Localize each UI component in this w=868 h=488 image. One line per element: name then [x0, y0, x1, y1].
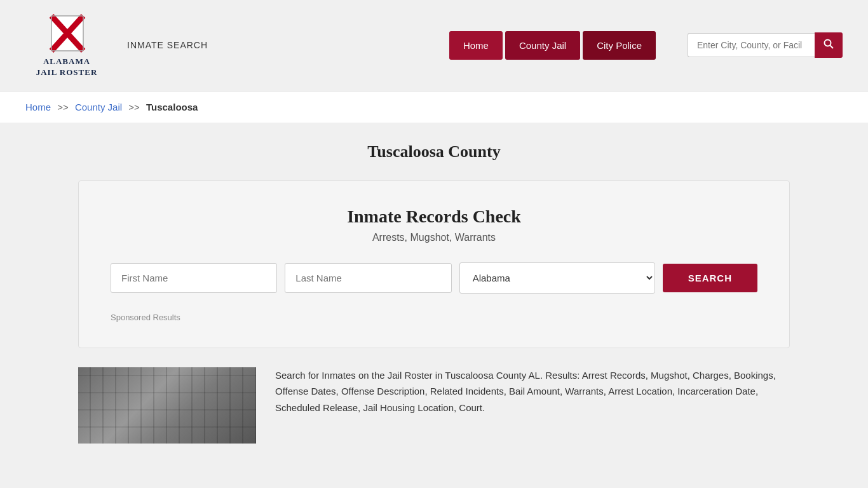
header-search-button[interactable]	[815, 32, 843, 58]
svg-point-4	[825, 40, 831, 46]
sponsored-results-label: Sponsored Results	[111, 313, 757, 322]
breadcrumb-sep1: >>	[57, 102, 69, 112]
records-check-title: Inmate Records Check	[111, 207, 757, 227]
breadcrumb: Home >> County Jail >> Tuscaloosa	[0, 92, 868, 123]
breadcrumb-sep2: >>	[128, 102, 140, 112]
breadcrumb-current: Tuscaloosa	[146, 102, 198, 112]
city-police-nav-button[interactable]: City Police	[583, 31, 656, 60]
state-select[interactable]: Alabama Alaska Arizona Arkansas Californ…	[459, 262, 655, 294]
breadcrumb-home-link[interactable]: Home	[25, 102, 51, 112]
header: ALABAMA JAIL ROSTER INMATE SEARCH Home C…	[0, 0, 868, 92]
last-name-input[interactable]	[285, 263, 451, 293]
svg-line-5	[831, 46, 834, 49]
home-nav-button[interactable]: Home	[449, 31, 503, 60]
first-name-input[interactable]	[111, 263, 277, 293]
header-search-area	[688, 32, 843, 58]
inmate-search-link[interactable]: INMATE SEARCH	[127, 40, 208, 50]
search-icon	[824, 39, 834, 49]
logo-link[interactable]: ALABAMA JAIL ROSTER	[25, 13, 108, 78]
bottom-section: Search for Inmates on the Jail Roster in…	[78, 367, 790, 444]
page-title: Tuscaloosa County	[78, 142, 790, 161]
logo-icon	[46, 13, 88, 54]
description-text: Search for Inmates on the Jail Roster in…	[275, 367, 790, 416]
main-content: Tuscaloosa County Inmate Records Check A…	[53, 123, 815, 463]
logo-line1: ALABAMA	[43, 57, 90, 66]
main-nav: Home County Jail City Police	[449, 31, 656, 60]
breadcrumb-county-jail-link[interactable]: County Jail	[75, 102, 122, 112]
records-search-form: Alabama Alaska Arizona Arkansas Californ…	[111, 262, 757, 294]
header-search-input[interactable]	[688, 33, 815, 57]
records-search-button[interactable]: SEARCH	[663, 264, 757, 292]
building-image	[78, 367, 256, 444]
records-check-box: Inmate Records Check Arrests, Mugshot, W…	[78, 180, 790, 348]
records-check-subtitle: Arrests, Mugshot, Warrants	[111, 232, 757, 243]
county-jail-nav-button[interactable]: County Jail	[505, 31, 580, 60]
logo-line2: JAIL ROSTER	[36, 67, 98, 77]
logo-text: ALABAMA JAIL ROSTER	[36, 57, 98, 78]
